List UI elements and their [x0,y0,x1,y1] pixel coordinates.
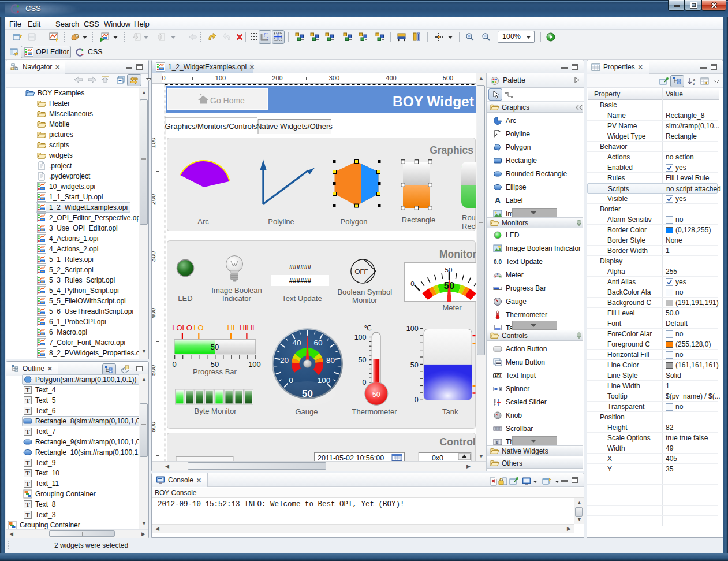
svg-text:LED: LED [178,294,192,303]
svg-text:HI: HI [227,324,235,332]
svg-text:Text Update: Text Update [282,294,322,303]
svg-text:0x0: 0x0 [432,454,443,462]
svg-text:######: ###### [289,263,312,270]
svg-text:80: 80 [326,356,335,365]
svg-text:Image Boolean: Image Boolean [211,286,262,295]
svg-text:100: 100 [354,333,367,341]
svg-text:z: z [693,81,695,86]
svg-text:Native Widgets/Others: Native Widgets/Others [256,122,333,131]
svg-text:100: 100 [248,360,261,369]
svg-text:T: T [25,407,30,414]
svg-text:50: 50 [359,356,367,364]
svg-text:50: 50 [444,280,454,291]
svg-text:50: 50 [410,361,419,369]
svg-text:Meter: Meter [442,303,462,312]
svg-text:a: a [693,77,695,81]
svg-text:0: 0 [172,360,176,369]
svg-text:T: T [25,459,30,466]
svg-text:Monitors: Monitors [439,248,476,260]
svg-text:Recta: Recta [462,222,476,231]
svg-text:0: 0 [415,396,419,404]
svg-text:50: 50 [211,343,219,351]
svg-text:Tank: Tank [442,407,458,416]
svg-text:ABI: ABI [494,374,501,378]
svg-text:T: T [25,387,30,393]
svg-text:60: 60 [313,339,322,347]
svg-text:50: 50 [372,391,380,399]
svg-text:Graphics: Graphics [430,144,473,156]
svg-text:0: 0 [410,280,414,287]
svg-text:2011-05-02 10:56:00: 2011-05-02 10:56:00 [318,454,384,462]
svg-text:Indicator: Indicator [222,294,252,303]
svg-text:20: 20 [280,356,289,365]
svg-text:T: T [25,511,30,518]
svg-text:Go Home: Go Home [210,96,245,105]
svg-text:Arc: Arc [197,217,209,226]
svg-text:A: A [495,196,501,205]
svg-text:0: 0 [363,378,367,387]
svg-text:HIHI: HIHI [240,324,255,332]
svg-text:Gauge: Gauge [295,407,318,416]
svg-text:0.0: 0.0 [494,259,502,265]
svg-text:Polygon: Polygon [341,217,368,226]
svg-text:Progress Bar: Progress Bar [193,367,237,376]
svg-text:50: 50 [302,388,313,399]
svg-text:Byte Monitor: Byte Monitor [195,407,237,415]
svg-text:40: 40 [293,339,301,347]
svg-text:OFF: OFF [355,268,368,275]
svg-text:Thermometer: Thermometer [352,407,397,416]
svg-text:T: T [25,397,30,404]
svg-text:LO: LO [193,324,203,332]
svg-text:Graphics/Monitors/Controls: Graphics/Monitors/Controls [165,122,257,131]
svg-text:50: 50 [445,266,453,273]
svg-text:T: T [25,501,30,508]
svg-text:℃: ℃ [364,324,371,332]
svg-text:T: T [25,428,30,435]
svg-text:######: ###### [289,277,312,284]
svg-text:Monitor: Monitor [352,296,378,304]
svg-text:Polyline: Polyline [268,217,294,226]
svg-text:Controls: Controls [440,436,476,448]
svg-text:BOY Widget Examples: BOY Widget Examples [393,94,476,109]
svg-text:Boolean Symbol: Boolean Symbol [337,288,392,296]
svg-text:T: T [25,480,30,487]
svg-text:T: T [25,470,30,477]
svg-text:Rectangle: Rectangle [402,216,436,224]
svg-text:Roun: Roun [462,213,476,222]
svg-text:100: 100 [406,325,419,333]
svg-text:LOLO: LOLO [172,324,192,332]
